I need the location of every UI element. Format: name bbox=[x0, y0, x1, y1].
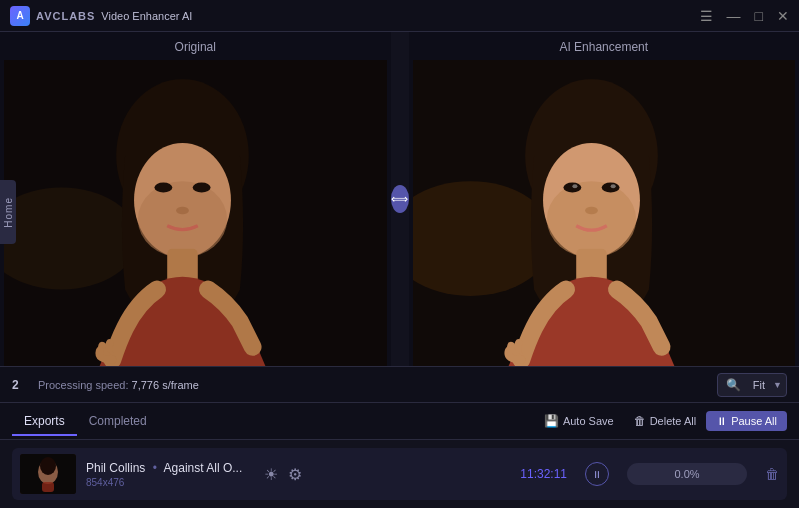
title-separator: • bbox=[153, 461, 157, 475]
svg-point-18 bbox=[585, 207, 598, 215]
original-label: Original bbox=[0, 32, 391, 60]
main-content: Original bbox=[0, 32, 799, 508]
enhanced-label: AI Enhancement bbox=[409, 32, 800, 60]
chevron-down-icon[interactable]: ▼ bbox=[773, 380, 782, 390]
queue-thumbnail bbox=[20, 454, 76, 494]
original-video-content bbox=[4, 60, 387, 366]
pause-all-label: Pause All bbox=[731, 415, 777, 427]
maximize-button[interactable]: □ bbox=[755, 9, 763, 23]
frame-number: 2 bbox=[12, 378, 26, 392]
tabs-bar: Exports Completed 💾 Auto Save 🗑 Delete A… bbox=[0, 402, 799, 440]
app-title: Video Enhancer AI bbox=[101, 10, 192, 22]
svg-point-7 bbox=[176, 207, 189, 215]
split-divider[interactable]: ⟺ bbox=[391, 32, 409, 366]
auto-save-button[interactable]: 💾 Auto Save bbox=[534, 410, 624, 432]
svg-rect-23 bbox=[42, 482, 54, 492]
delete-all-button[interactable]: 🗑 Delete All bbox=[624, 410, 706, 432]
processing-label: Processing speed: bbox=[38, 379, 129, 391]
brightness-icon[interactable]: ☀ bbox=[264, 465, 278, 484]
menu-button[interactable]: ☰ bbox=[700, 9, 713, 23]
svg-point-15 bbox=[601, 182, 619, 192]
titlebar: A AVCLABS Video Enhancer AI ☰ — □ ✕ bbox=[0, 0, 799, 32]
svg-point-4 bbox=[138, 181, 227, 258]
original-video-visual bbox=[4, 60, 387, 366]
minimize-button[interactable]: — bbox=[727, 9, 741, 23]
queue-resolution: 854x476 bbox=[86, 477, 242, 488]
svg-point-22 bbox=[40, 457, 56, 475]
queue-info: Phil Collins • Against All O... 854x476 bbox=[86, 461, 242, 488]
divider-handle[interactable]: ⟺ bbox=[391, 185, 409, 213]
queue-delete-icon[interactable]: 🗑 bbox=[765, 466, 779, 482]
processing-speed: Processing speed: 7,776 s/frame bbox=[38, 379, 705, 391]
svg-point-5 bbox=[154, 182, 172, 192]
progress-bar: 0.0% bbox=[627, 463, 747, 485]
app-logo-icon: A bbox=[10, 6, 30, 26]
queue-icons: ☀ ⚙ bbox=[264, 465, 302, 484]
queue-item: Phil Collins • Against All O... 854x476 … bbox=[12, 448, 787, 500]
queue-time: 11:32:11 bbox=[520, 467, 567, 481]
pause-all-button[interactable]: ⏸ Pause All bbox=[706, 411, 787, 431]
app-logo: A AVCLABS Video Enhancer AI bbox=[10, 6, 192, 26]
status-bar: 2 Processing speed: 7,776 s/frame 🔍 Fit … bbox=[0, 366, 799, 402]
pause-icon: ⏸ bbox=[716, 415, 727, 427]
enhanced-video-visual bbox=[413, 60, 796, 366]
song-title: Against All O... bbox=[164, 461, 243, 475]
thumbnail-visual bbox=[20, 454, 76, 494]
enhanced-video-frame bbox=[413, 60, 796, 366]
svg-point-16 bbox=[572, 184, 577, 188]
fit-label: Fit bbox=[749, 377, 769, 393]
artist-name: Phil Collins bbox=[86, 461, 145, 475]
save-icon: 💾 bbox=[544, 414, 559, 428]
tab-completed[interactable]: Completed bbox=[77, 408, 159, 436]
titlebar-controls: ☰ — □ ✕ bbox=[700, 9, 789, 23]
original-panel: Original bbox=[0, 32, 391, 366]
settings-icon[interactable]: ⚙ bbox=[288, 465, 302, 484]
progress-text: 0.0% bbox=[674, 468, 699, 480]
home-sidebar-tab[interactable]: Home bbox=[0, 180, 16, 244]
preview-area: Original bbox=[0, 32, 799, 366]
svg-point-17 bbox=[610, 184, 615, 188]
speed-value: 7,776 s/frame bbox=[132, 379, 199, 391]
close-button[interactable]: ✕ bbox=[777, 9, 789, 23]
svg-point-6 bbox=[193, 182, 211, 192]
home-tab-label: Home bbox=[3, 197, 14, 228]
search-icon[interactable]: 🔍 bbox=[722, 376, 745, 394]
avclabs-brand: AVCLABS bbox=[36, 10, 95, 22]
enhanced-video-content bbox=[413, 60, 796, 366]
queue-title: Phil Collins • Against All O... bbox=[86, 461, 242, 475]
auto-save-label: Auto Save bbox=[563, 415, 614, 427]
titlebar-left: A AVCLABS Video Enhancer AI bbox=[10, 6, 192, 26]
enhanced-panel: AI Enhancement bbox=[409, 32, 800, 366]
original-video-frame bbox=[4, 60, 387, 366]
view-controls[interactable]: 🔍 Fit ▼ bbox=[717, 373, 787, 397]
queue-pause-button[interactable]: ⏸ bbox=[585, 462, 609, 486]
queue-area: Phil Collins • Against All O... 854x476 … bbox=[0, 440, 799, 508]
svg-point-14 bbox=[563, 182, 581, 192]
delete-all-label: Delete All bbox=[650, 415, 696, 427]
trash-icon: 🗑 bbox=[634, 414, 646, 428]
svg-point-13 bbox=[546, 181, 635, 258]
tab-exports[interactable]: Exports bbox=[12, 408, 77, 436]
